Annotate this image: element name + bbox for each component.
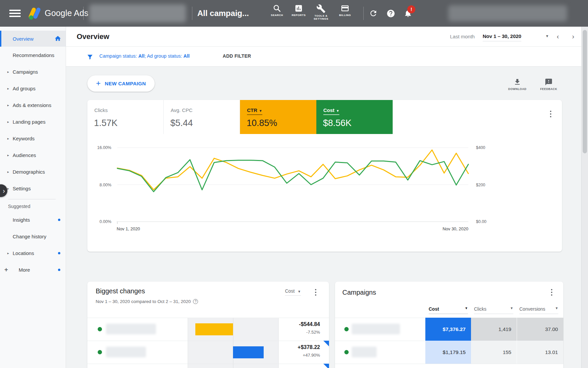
sidebar-item-ads-extensions[interactable]: ▸Ads & extensions xyxy=(0,97,66,113)
left-axis-tick: 8.00% xyxy=(97,183,111,187)
scrollbar-thumb[interactable] xyxy=(583,30,587,153)
sidebar-item-recommendations[interactable]: Recommendations xyxy=(0,47,66,63)
prev-period-button[interactable]: ‹ xyxy=(557,32,559,40)
tools-settings-nav-button[interactable]: TOOLS & SETTINGS xyxy=(309,4,333,23)
card-title: Campaigns xyxy=(342,289,376,296)
campaigns-table: $7,376.271,41937.00$1,179.1515513.01 xyxy=(335,318,563,368)
new-campaign-button[interactable]: + NEW CAMPAIGN xyxy=(87,75,155,92)
left-axis-tick: 0.00% xyxy=(97,219,111,224)
sidebar-item-label: Audiences xyxy=(13,152,36,158)
sidebar-item-campaigns[interactable]: ▸Campaigns xyxy=(0,63,66,80)
new-feature-dot xyxy=(58,252,60,254)
column-header-conversions[interactable]: Conversions ▼ xyxy=(519,306,558,314)
account-info-redacted xyxy=(448,5,567,21)
left-axis-tick: 16.00% xyxy=(97,145,111,150)
biggest-changes-table: -$544.84-7.52%+$378.22+47.90% xyxy=(87,318,329,368)
chevron-right-icon: ▸ xyxy=(7,153,9,157)
change-percent: +47.90% xyxy=(303,353,320,358)
comparison-subtitle: Nov 1 – 30, 2020 compared to Oct 2 – 31,… xyxy=(96,299,198,304)
campaign-name-redacted xyxy=(106,324,156,334)
help-icon xyxy=(386,9,395,18)
chevron-down-icon: ▼ xyxy=(555,306,558,310)
vertical-scrollbar[interactable] xyxy=(581,27,588,368)
performance-line-chart xyxy=(87,100,562,252)
sidebar-item-label: Locations xyxy=(13,250,34,256)
metric-cell[interactable]: 155 xyxy=(471,341,517,364)
right-axis-tick: $0.00 xyxy=(476,219,486,224)
selection-corner-icon xyxy=(323,341,329,346)
metric-cell[interactable]: 13.01 xyxy=(517,341,563,364)
campaigns-card: Campaigns Cost ▼ Clicks ▼ Conversions ▼ … xyxy=(335,282,563,368)
chevron-down-icon: ▼ xyxy=(465,306,468,310)
card-menu-button[interactable] xyxy=(315,289,316,296)
account-name-redacted xyxy=(89,4,186,22)
sidebar-item-ad-groups[interactable]: ▸Ad groups xyxy=(0,80,66,97)
sidebar-item-insights[interactable]: Insights xyxy=(0,211,66,228)
menu-icon[interactable] xyxy=(9,10,21,17)
sidebar-item-locations[interactable]: ▸Locations xyxy=(0,245,66,261)
add-filter-button[interactable]: ADD FILTER xyxy=(223,53,251,59)
sidebar-item-label: Settings xyxy=(13,186,31,191)
filter-summary[interactable]: Campaign status: All; Ad group status: A… xyxy=(99,53,190,59)
search-icon xyxy=(273,4,281,13)
date-range-selector[interactable]: Nov 1 – 30, 2020 xyxy=(483,33,521,41)
metric-cell[interactable]: 37.00 xyxy=(517,318,563,341)
left-navigation: OverviewRecommendations▸Campaigns▸Ad gro… xyxy=(0,27,66,368)
metric-cell[interactable]: $1,179.15 xyxy=(425,341,471,364)
row-divider xyxy=(87,318,329,318)
biggest-changes-card: Biggest changes Nov 1 – 30, 2020 compare… xyxy=(87,282,329,368)
reports-nav-button[interactable]: REPORTS xyxy=(287,4,310,23)
status-enabled-dot xyxy=(98,327,102,331)
divider xyxy=(363,7,364,20)
download-button[interactable]: DOWNLOAD xyxy=(504,78,531,91)
sidebar-item-overview[interactable]: Overview xyxy=(0,31,66,47)
row-divider xyxy=(87,364,329,364)
metric-cell[interactable]: 1,419 xyxy=(471,318,517,341)
column-header-cost[interactable]: Cost ▼ xyxy=(429,306,468,314)
right-axis-tick: $400 xyxy=(476,145,485,150)
sidebar-item-audiences[interactable]: ▸Audiences xyxy=(0,147,66,163)
refresh-button[interactable] xyxy=(368,8,379,19)
billing-nav-button[interactable]: BILLING xyxy=(333,4,357,23)
table-row xyxy=(87,364,329,368)
card-menu-button[interactable] xyxy=(551,289,552,296)
status-enabled-dot xyxy=(344,350,349,354)
column-header-clicks[interactable]: Clicks ▼ xyxy=(474,306,513,314)
sidebar-item-landing-pages[interactable]: ▸Landing pages xyxy=(0,113,66,130)
campaign-name-redacted xyxy=(352,347,377,357)
metric-selector[interactable]: Cost ▼ xyxy=(285,288,301,296)
divider xyxy=(83,7,84,20)
status-enabled-dot xyxy=(98,350,102,354)
help-circle-icon[interactable]: ? xyxy=(193,299,198,304)
chevron-right-icon: ▸ xyxy=(7,120,9,124)
sidebar-item-settings[interactable]: ▸Settings xyxy=(0,180,66,197)
sidebar-item-label: Ad groups xyxy=(13,86,35,91)
series-ctr-line xyxy=(117,150,468,190)
new-feature-dot xyxy=(58,269,60,271)
date-preset-label: Last month xyxy=(450,34,475,39)
search-nav-button[interactable]: SEARCH xyxy=(265,4,289,23)
feedback-button[interactable]: FEEDBACK xyxy=(535,78,562,91)
sidebar-item-label: More xyxy=(19,267,30,273)
wrench-icon xyxy=(316,4,326,13)
filter-bar: Campaign status: All; Ad group status: A… xyxy=(66,47,588,67)
sidebar-item-label: Overview xyxy=(13,36,34,42)
change-value: +$378.22 xyxy=(298,344,320,350)
page-title: Overview xyxy=(77,32,109,41)
chevron-down-icon[interactable]: ▼ xyxy=(545,34,549,38)
change-bar xyxy=(195,323,233,335)
next-period-button[interactable]: › xyxy=(572,32,574,40)
sidebar-item-demographics[interactable]: ▸Demographics xyxy=(0,163,66,180)
sidebar-item-more[interactable]: +More xyxy=(0,261,66,278)
notifications-button[interactable]: ! xyxy=(403,8,413,19)
row-divider xyxy=(87,341,329,341)
notification-badge: ! xyxy=(407,5,415,13)
row-divider xyxy=(335,364,563,364)
selection-corner-icon xyxy=(323,364,329,368)
sidebar-item-change-history[interactable]: Change history xyxy=(0,228,66,245)
help-button[interactable] xyxy=(385,8,396,19)
sidebar-item-keywords[interactable]: ▸Keywords xyxy=(0,130,66,147)
chevron-right-icon: › xyxy=(3,187,5,195)
plus-icon: + xyxy=(4,266,8,273)
metric-cell[interactable]: $7,376.27 xyxy=(425,318,471,341)
